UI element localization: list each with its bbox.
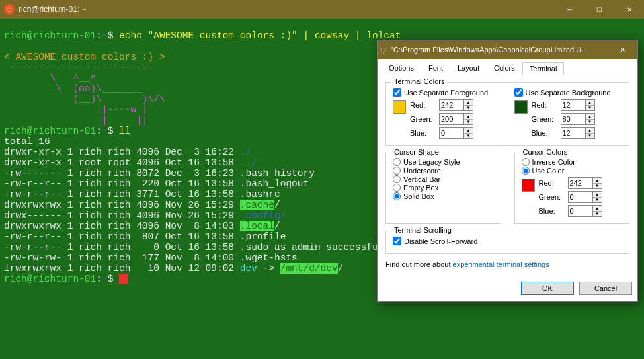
dialog-title: "C:\Program Files\WindowsApps\CanonicalG… (391, 46, 608, 54)
command-1: echo "AWESOME custom colors :)" | cowsay… (119, 30, 401, 41)
fg-red-spinner[interactable]: ▲▼ (439, 99, 473, 111)
group-cursor-shape: Cursor Shape Use Legacy StyleUnderscoreV… (385, 153, 501, 224)
chk-disable-scroll[interactable]: Disable Scroll-Forward (393, 237, 622, 245)
bg-swatch (514, 100, 528, 114)
group-terminal-colors: Terminal Colors Use Separate Foreground … (385, 82, 629, 146)
prompt-user: rich@richturn-01 (4, 30, 96, 41)
cur-blue-spinner[interactable]: ▲▼ (568, 205, 602, 217)
chk-sep-bg[interactable]: Use Separate Background (514, 88, 623, 97)
prompt-path: ~ (102, 30, 108, 41)
dialog-titlebar: ◌ "C:\Program Files\WindowsApps\Canonica… (378, 40, 637, 59)
dialog-close-button[interactable]: ✕ (608, 40, 637, 59)
fg-green-spinner[interactable]: ▲▼ (439, 113, 473, 125)
radio-shape-4[interactable]: Solid Box (393, 192, 494, 200)
window-controls: ─ ☐ ✕ (555, 0, 644, 19)
cursor-block (119, 274, 128, 284)
fg-blue-spinner[interactable]: ▲▼ (439, 127, 473, 139)
radio-shape-1[interactable]: Underscore (393, 167, 494, 175)
cur-green-spinner[interactable]: ▲▼ (568, 191, 602, 203)
tab-font[interactable]: Font (421, 61, 450, 75)
tab-layout[interactable]: Layout (450, 61, 487, 75)
group-cursor-colors: Cursor Colors Inverse Color Use Color Re… (514, 153, 630, 224)
ubuntu-icon: ◌ (4, 4, 15, 15)
tab-terminal[interactable]: Terminal (522, 62, 565, 75)
bg-green-spinner[interactable]: ▲▼ (561, 113, 595, 125)
cur-red-spinner[interactable]: ▲▼ (568, 177, 602, 189)
tab-options[interactable]: Options (382, 61, 421, 75)
main-titlebar: ◌ rich@richturn-01: ~ ─ ☐ ✕ (0, 0, 644, 19)
ubuntu-icon: ◌ (380, 46, 387, 54)
command-2: ll (119, 126, 130, 136)
experimental-link[interactable]: experimental terminal settings (453, 260, 549, 268)
window-title: rich@richturn-01: ~ (19, 5, 555, 14)
fg-swatch (393, 100, 406, 114)
button-row: OK Cancel (378, 275, 637, 301)
cancel-button[interactable]: Cancel (579, 282, 632, 295)
cursor-swatch (522, 179, 535, 192)
radio-shape-2[interactable]: Vertical Bar (393, 175, 494, 183)
radio-inverse[interactable]: Inverse Color (522, 158, 623, 166)
close-button[interactable]: ✕ (614, 0, 644, 19)
link-row: Find out more about experimental termina… (385, 260, 629, 268)
tab-strip: Options Font Layout Colors Terminal (378, 59, 637, 75)
bg-red-spinner[interactable]: ▲▼ (561, 99, 595, 111)
ok-button[interactable]: OK (521, 282, 574, 295)
properties-dialog: ◌ "C:\Program Files\WindowsApps\Canonica… (377, 40, 638, 302)
minimize-button[interactable]: ─ (555, 0, 584, 19)
chk-sep-fg[interactable]: Use Separate Foreground (393, 88, 501, 97)
radio-use-color[interactable]: Use Color (522, 167, 623, 175)
group-scrolling: Terminal Scrolling Disable Scroll-Forwar… (385, 231, 629, 254)
radio-shape-0[interactable]: Use Legacy Style (393, 158, 494, 166)
bg-blue-spinner[interactable]: ▲▼ (561, 127, 595, 139)
radio-shape-3[interactable]: Empty Box (393, 184, 494, 192)
maximize-button[interactable]: ☐ (584, 0, 614, 19)
tab-colors[interactable]: Colors (487, 61, 522, 75)
